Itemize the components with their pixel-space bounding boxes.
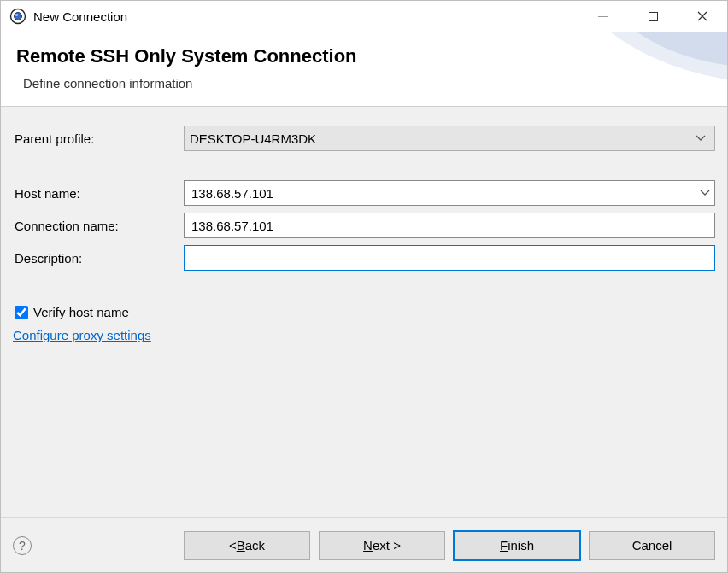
window-title: New Connection xyxy=(33,9,127,24)
wizard-footer: ? < Back Next > Finish Cancel xyxy=(1,517,727,572)
parent-profile-select[interactable]: DESKTOP-U4RM3DK xyxy=(184,126,715,151)
row-verify-host: Verify host name xyxy=(13,305,715,319)
configure-proxy-link[interactable]: Configure proxy settings xyxy=(13,328,151,342)
form-body: Parent profile: DESKTOP-U4RM3DK Host nam… xyxy=(1,107,727,517)
row-parent-profile: Parent profile: DESKTOP-U4RM3DK xyxy=(13,126,715,151)
minimize-button[interactable] xyxy=(578,1,628,32)
chevron-down-icon xyxy=(700,190,710,196)
label-verify-host: Verify host name xyxy=(33,305,129,319)
help-icon[interactable]: ? xyxy=(13,536,32,555)
back-button[interactable]: < Back xyxy=(184,531,310,560)
host-name-input[interactable] xyxy=(184,180,715,206)
finish-button[interactable]: Finish xyxy=(454,531,580,560)
header-decoration xyxy=(565,32,727,107)
close-button[interactable] xyxy=(678,1,727,32)
button-bar: < Back Next > Finish Cancel xyxy=(184,531,715,560)
verify-host-checkbox[interactable] xyxy=(15,306,28,319)
window-controls xyxy=(578,1,727,32)
titlebar: New Connection xyxy=(1,1,727,32)
wizard-header: Remote SSH Only System Connection Define… xyxy=(1,32,727,107)
row-connection-name: Connection name: xyxy=(13,213,715,238)
svg-point-2 xyxy=(15,14,19,15)
host-name-dropdown-button[interactable] xyxy=(695,180,715,206)
cancel-button[interactable]: Cancel xyxy=(589,531,715,560)
dialog-window: New Connection Remote SSH Only System Co… xyxy=(0,0,728,573)
host-name-combo xyxy=(184,180,715,206)
app-icon xyxy=(9,8,26,25)
next-button[interactable]: Next > xyxy=(319,531,445,560)
label-parent-profile: Parent profile: xyxy=(13,132,184,146)
label-host-name: Host name: xyxy=(13,186,184,201)
label-connection-name: Connection name: xyxy=(13,219,184,233)
maximize-button[interactable] xyxy=(628,1,678,32)
description-input[interactable] xyxy=(184,245,715,271)
connection-name-input[interactable] xyxy=(184,213,715,238)
row-proxy-link: Configure proxy settings xyxy=(13,328,715,342)
svg-point-1 xyxy=(15,13,22,20)
label-description: Description: xyxy=(13,251,184,266)
row-description: Description: xyxy=(13,245,715,271)
row-host-name: Host name: xyxy=(13,180,715,206)
